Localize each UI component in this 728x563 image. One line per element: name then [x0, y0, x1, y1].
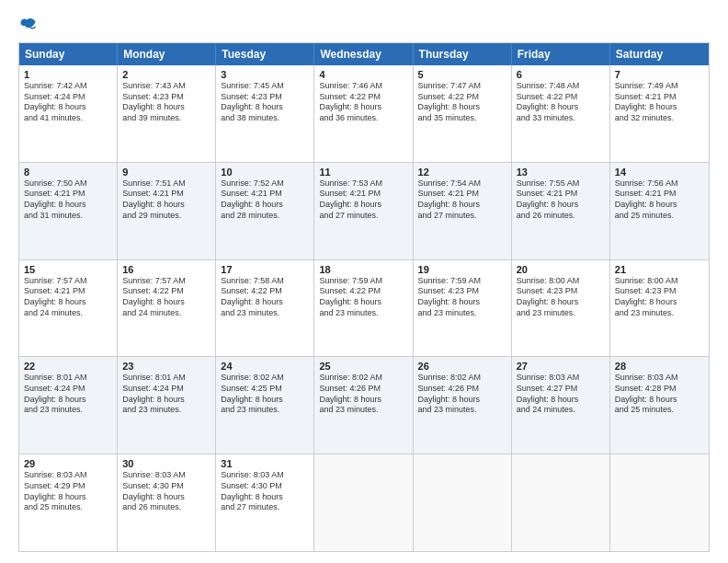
cell-line: Daylight: 8 hours: [319, 395, 407, 406]
day-number: 14: [615, 167, 704, 178]
cell-line: Sunset: 4:21 PM: [615, 189, 704, 200]
day-number: 10: [221, 167, 309, 178]
cell-line: Sunset: 4:21 PM: [24, 189, 112, 200]
cell-line: Sunrise: 7:53 AM: [319, 178, 407, 190]
day-cell-21: 21Sunrise: 8:00 AMSunset: 4:23 PMDayligh…: [610, 260, 709, 357]
empty-cell-4-4: [414, 454, 512, 551]
logo-bird-icon: [18, 15, 39, 35]
cell-line: and 25 minutes.: [615, 405, 704, 416]
cell-line: Sunset: 4:24 PM: [24, 92, 112, 103]
day-cell-31: 31Sunrise: 8:03 AMSunset: 4:30 PMDayligh…: [216, 454, 314, 551]
cell-line: and 23 minutes.: [319, 308, 407, 319]
cell-line: Sunrise: 7:55 AM: [517, 178, 605, 190]
day-cell-6: 6Sunrise: 7:48 AMSunset: 4:22 PMDaylight…: [512, 65, 610, 162]
cell-line: Daylight: 8 hours: [615, 395, 704, 406]
cell-line: Sunrise: 7:50 AM: [24, 178, 112, 190]
day-cell-16: 16Sunrise: 7:57 AMSunset: 4:22 PMDayligh…: [118, 260, 216, 357]
cell-line: Sunset: 4:26 PM: [319, 384, 407, 395]
cell-line: Sunset: 4:22 PM: [319, 286, 407, 297]
cell-line: Sunrise: 7:59 AM: [319, 276, 407, 287]
cell-line: Sunset: 4:21 PM: [122, 189, 210, 200]
cell-line: Daylight: 8 hours: [418, 102, 506, 113]
day-cell-25: 25Sunrise: 8:02 AMSunset: 4:26 PMDayligh…: [314, 357, 413, 454]
cell-line: Sunset: 4:21 PM: [221, 189, 309, 200]
cell-line: Sunset: 4:21 PM: [517, 189, 605, 200]
cell-line: and 24 minutes.: [517, 405, 605, 416]
day-number: 9: [122, 167, 210, 178]
cell-line: Daylight: 8 hours: [418, 200, 506, 211]
day-cell-3: 3Sunrise: 7:45 AMSunset: 4:23 PMDaylight…: [216, 65, 314, 162]
day-cell-5: 5Sunrise: 7:47 AMSunset: 4:22 PMDaylight…: [414, 65, 512, 162]
cell-line: Daylight: 8 hours: [221, 492, 309, 503]
cell-line: Sunrise: 8:00 AM: [615, 276, 704, 287]
cell-line: Daylight: 8 hours: [122, 492, 210, 503]
cell-line: Sunset: 4:30 PM: [221, 481, 309, 492]
day-cell-8: 8Sunrise: 7:50 AMSunset: 4:21 PMDaylight…: [19, 163, 118, 259]
cell-line: Daylight: 8 hours: [221, 200, 309, 211]
empty-cell-4-5: [512, 454, 610, 551]
cell-line: and 25 minutes.: [615, 211, 704, 222]
cell-line: and 38 minutes.: [221, 113, 309, 124]
cell-line: Daylight: 8 hours: [517, 102, 605, 113]
day-cell-30: 30Sunrise: 8:03 AMSunset: 4:30 PMDayligh…: [118, 454, 216, 551]
cell-line: Daylight: 8 hours: [615, 102, 704, 113]
cell-line: Daylight: 8 hours: [24, 395, 112, 406]
cell-line: Sunset: 4:21 PM: [319, 189, 407, 200]
cell-line: and 23 minutes.: [418, 308, 506, 319]
calendar-row-5: 29Sunrise: 8:03 AMSunset: 4:29 PMDayligh…: [19, 454, 709, 551]
cell-line: and 31 minutes.: [24, 211, 112, 222]
cell-line: Sunrise: 8:01 AM: [122, 373, 210, 384]
cell-line: Daylight: 8 hours: [24, 492, 112, 503]
cell-line: Sunrise: 8:00 AM: [517, 276, 605, 287]
day-cell-29: 29Sunrise: 8:03 AMSunset: 4:29 PMDayligh…: [19, 454, 118, 551]
day-number: 3: [221, 69, 309, 80]
day-number: 27: [517, 361, 605, 372]
cell-line: Sunset: 4:23 PM: [615, 286, 704, 297]
day-number: 16: [122, 264, 210, 275]
cell-line: Sunset: 4:24 PM: [122, 384, 210, 395]
calendar-row-1: 1Sunrise: 7:42 AMSunset: 4:24 PMDaylight…: [19, 65, 709, 162]
cell-line: Sunrise: 7:46 AM: [319, 81, 407, 92]
day-number: 19: [418, 264, 506, 275]
empty-cell-4-6: [610, 454, 709, 551]
cell-line: Daylight: 8 hours: [221, 297, 309, 308]
header-cell-saturday: Saturday: [610, 43, 709, 65]
cell-line: Sunrise: 8:03 AM: [24, 470, 112, 481]
cell-line: and 25 minutes.: [24, 502, 112, 513]
cell-line: Sunrise: 7:49 AM: [615, 81, 704, 92]
cell-line: Daylight: 8 hours: [122, 200, 210, 211]
cell-line: Sunset: 4:28 PM: [615, 384, 704, 395]
day-cell-24: 24Sunrise: 8:02 AMSunset: 4:25 PMDayligh…: [216, 357, 314, 454]
cell-line: Sunrise: 8:02 AM: [418, 373, 506, 384]
cell-line: and 23 minutes.: [615, 308, 704, 319]
cell-line: Daylight: 8 hours: [319, 297, 407, 308]
cell-line: and 23 minutes.: [221, 405, 309, 416]
day-cell-10: 10Sunrise: 7:52 AMSunset: 4:21 PMDayligh…: [216, 163, 314, 259]
cell-line: Sunrise: 7:48 AM: [517, 81, 605, 92]
day-number: 23: [122, 361, 210, 372]
day-number: 26: [418, 361, 506, 372]
logo: [18, 15, 42, 35]
empty-cell-4-3: [314, 454, 413, 551]
cell-line: Daylight: 8 hours: [24, 102, 112, 113]
cell-line: Sunset: 4:27 PM: [517, 384, 605, 395]
day-cell-2: 2Sunrise: 7:43 AMSunset: 4:23 PMDaylight…: [118, 65, 216, 162]
day-cell-14: 14Sunrise: 7:56 AMSunset: 4:21 PMDayligh…: [610, 163, 709, 259]
cell-line: Sunset: 4:22 PM: [122, 286, 210, 297]
day-cell-12: 12Sunrise: 7:54 AMSunset: 4:21 PMDayligh…: [414, 163, 512, 259]
day-cell-26: 26Sunrise: 8:02 AMSunset: 4:26 PMDayligh…: [414, 357, 512, 454]
cell-line: and 32 minutes.: [615, 113, 704, 124]
cell-line: and 36 minutes.: [319, 113, 407, 124]
cell-line: and 35 minutes.: [418, 113, 506, 124]
cell-line: Sunrise: 7:59 AM: [418, 276, 506, 287]
cell-line: Daylight: 8 hours: [418, 297, 506, 308]
cell-line: and 27 minutes.: [418, 211, 506, 222]
cell-line: Daylight: 8 hours: [221, 102, 309, 113]
day-cell-27: 27Sunrise: 8:03 AMSunset: 4:27 PMDayligh…: [512, 357, 610, 454]
day-cell-15: 15Sunrise: 7:57 AMSunset: 4:21 PMDayligh…: [19, 260, 118, 357]
cell-line: Sunrise: 7:43 AM: [122, 81, 210, 92]
cell-line: Sunrise: 7:52 AM: [221, 178, 309, 190]
cell-line: and 23 minutes.: [319, 405, 407, 416]
day-number: 17: [221, 264, 309, 275]
cell-line: Sunrise: 8:02 AM: [221, 373, 309, 384]
